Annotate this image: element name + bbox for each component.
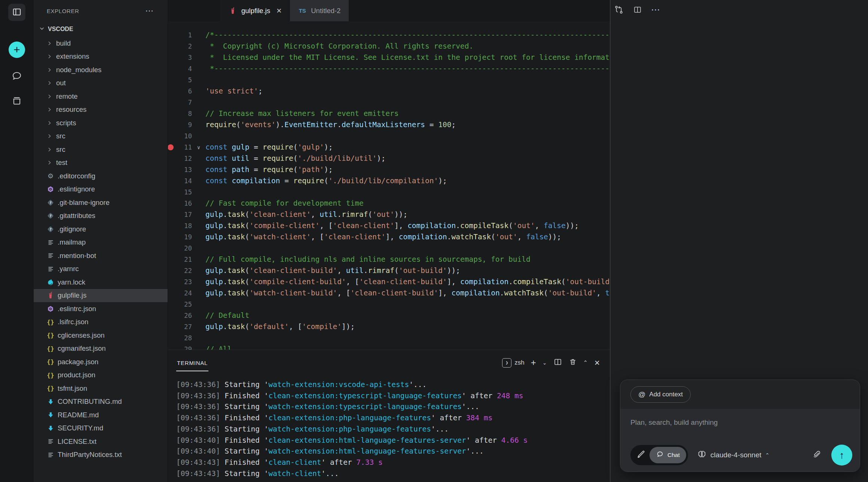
close-panel-button[interactable]: ✕ <box>594 359 600 367</box>
line-number[interactable]: 22 <box>168 265 192 276</box>
model-selector[interactable]: claude-4-sonnet ⌃ <box>697 449 770 461</box>
line-number[interactable]: 18 <box>168 220 192 231</box>
folder-row-node_modules[interactable]: node_modules <box>34 63 168 77</box>
add-context-button[interactable]: @ Add context <box>630 386 691 403</box>
line-number[interactable]: 20 <box>168 243 192 254</box>
file-row-.git-blame-ignore[interactable]: .git-blame-ignore <box>34 196 168 209</box>
list-icon <box>46 438 55 446</box>
file-row-CONTRIBUTING.md[interactable]: CONTRIBUTING.md <box>34 395 168 409</box>
folder-row-test[interactable]: test <box>34 156 168 170</box>
folder-row-build[interactable]: build <box>34 37 168 50</box>
folder-row-scripts[interactable]: scripts <box>34 116 168 130</box>
line-number[interactable]: 16 <box>168 198 192 209</box>
explorer-more-icon[interactable]: ⋯ <box>145 6 154 16</box>
file-row-.eslintrc.json[interactable]: .eslintrc.json <box>34 302 168 316</box>
folder-row-out[interactable]: out <box>34 77 168 90</box>
line-number[interactable]: 21 <box>168 254 192 265</box>
line-number[interactable]: 4 <box>168 63 192 74</box>
code-line: 9require('events').EventEmitter.defaultM… <box>168 119 610 131</box>
compare-changes-icon[interactable] <box>614 4 624 15</box>
line-number[interactable]: 1 <box>168 30 192 41</box>
line-number[interactable]: 29 <box>168 344 192 350</box>
attach-file-button[interactable] <box>812 449 822 461</box>
line-number[interactable]: 26 <box>168 310 192 321</box>
compose-mode-button[interactable] <box>632 449 650 461</box>
file-row-package.json[interactable]: {}package.json <box>34 355 168 369</box>
ellipsis-icon[interactable]: ⋯ <box>651 4 661 15</box>
line-number[interactable]: 25 <box>168 299 192 310</box>
line-number[interactable]: 2 <box>168 41 192 52</box>
file-row-.editorconfig[interactable]: ⚙.editorconfig <box>34 169 168 183</box>
split-editor-icon[interactable] <box>633 5 642 14</box>
terminal-output[interactable]: [09:43:36] Starting 'watch-extension:vsc… <box>168 375 610 479</box>
tab-Untitled-2[interactable]: TSUntitled-2 <box>290 0 349 21</box>
workspace-root-row[interactable]: VSCODE <box>34 22 168 37</box>
folder-row-remote[interactable]: remote <box>34 90 168 103</box>
file-row-.mailmap[interactable]: .mailmap <box>34 236 168 249</box>
line-number[interactable]: 19 <box>168 231 192 243</box>
send-button[interactable]: ↑ <box>831 445 852 466</box>
gutter-spacer <box>192 30 205 41</box>
code-line: 27gulp.task('default', ['compile']); <box>168 321 610 332</box>
chevron-right-icon <box>46 160 53 166</box>
file-row-SECURITY.md[interactable]: SECURITY.md <box>34 422 168 435</box>
file-row-cgmanifest.json[interactable]: {}cgmanifest.json <box>34 342 168 356</box>
chevron-right-icon <box>46 40 53 46</box>
maximize-panel-button[interactable]: ⌃ <box>583 359 588 366</box>
kill-terminal-button[interactable] <box>569 358 577 368</box>
terminal-tab[interactable]: TERMINAL <box>176 354 208 371</box>
line-number[interactable]: 6 <box>168 86 192 97</box>
terminal-dropdown-button[interactable]: ⌄ <box>542 360 547 366</box>
line-number[interactable]: 7 <box>168 97 192 108</box>
file-row-ThirdPartyNotices.txt[interactable]: ThirdPartyNotices.txt <box>34 448 168 462</box>
line-number[interactable]: 12 <box>168 153 192 164</box>
line-number[interactable]: 3 <box>168 52 192 63</box>
line-number[interactable]: 9 <box>168 119 192 131</box>
file-row-product.json[interactable]: {}product.json <box>34 369 168 382</box>
chat-bubble-button[interactable] <box>11 71 23 83</box>
split-terminal-button[interactable] <box>553 357 562 368</box>
folder-row-src[interactable]: src <box>34 143 168 156</box>
shell-selector[interactable]: ❯ zsh <box>502 358 524 368</box>
file-row-.eslintignore[interactable]: .eslintignore <box>34 183 168 196</box>
folder-row-resources[interactable]: resources <box>34 103 168 117</box>
line-number[interactable]: 24 <box>168 288 192 299</box>
file-row-.lsifrc.json[interactable]: {}.lsifrc.json <box>34 316 168 329</box>
file-row-cglicenses.json[interactable]: {}cglicenses.json <box>34 329 168 342</box>
file-row-.yarnrc[interactable]: .yarnrc <box>34 263 168 276</box>
chat-input-area[interactable]: Plan, search, build anything Chat cla <box>620 409 860 472</box>
close-tab-icon[interactable]: ✕ <box>276 7 282 15</box>
new-terminal-button[interactable]: + <box>531 357 536 368</box>
folder-row-extensions[interactable]: extensions <box>34 50 168 64</box>
item-label: tsfmt.json <box>58 384 87 393</box>
line-number[interactable]: 28 <box>168 332 192 344</box>
line-number[interactable]: 13 <box>168 164 192 175</box>
item-label: test <box>56 159 67 167</box>
toggle-sidebar-button[interactable] <box>8 4 25 21</box>
line-number[interactable]: 5 <box>168 74 192 86</box>
line-number[interactable]: 15 <box>168 187 192 198</box>
chat-mode-button[interactable]: Chat <box>650 447 686 463</box>
tab-gulpfile.js[interactable]: gulpfile.js✕ <box>220 0 290 21</box>
line-number[interactable]: 14 <box>168 175 192 187</box>
archive-button[interactable] <box>11 95 23 107</box>
code-editor[interactable]: 1/*-------------------------------------… <box>168 21 610 350</box>
line-number[interactable]: 10 <box>168 131 192 142</box>
file-row-.gitattributes[interactable]: .gitattributes <box>34 209 168 223</box>
line-number[interactable]: 17 <box>168 209 192 220</box>
line-number[interactable]: 27 <box>168 321 192 332</box>
file-row-README.md[interactable]: README.md <box>34 408 168 422</box>
new-session-button[interactable]: + <box>9 42 25 58</box>
folder-row-src[interactable]: src <box>34 130 168 143</box>
fold-chevron-icon[interactable]: ∨ <box>192 142 205 153</box>
file-row-yarn.lock[interactable]: yarn.lock <box>34 276 168 289</box>
file-row-LICENSE.txt[interactable]: LICENSE.txt <box>34 435 168 448</box>
file-row-.gitignore[interactable]: .gitignore <box>34 222 168 236</box>
line-number[interactable]: 23 <box>168 276 192 288</box>
file-row-.mention-bot[interactable]: .mention-bot <box>34 249 168 263</box>
json-icon: {} <box>46 344 55 353</box>
line-number[interactable]: 8 <box>168 108 192 119</box>
file-row-tsfmt.json[interactable]: {}tsfmt.json <box>34 382 168 395</box>
code-text: const util = require('./build/lib/util')… <box>205 153 385 164</box>
file-row-gulpfile.js[interactable]: gulpfile.js <box>34 289 168 303</box>
